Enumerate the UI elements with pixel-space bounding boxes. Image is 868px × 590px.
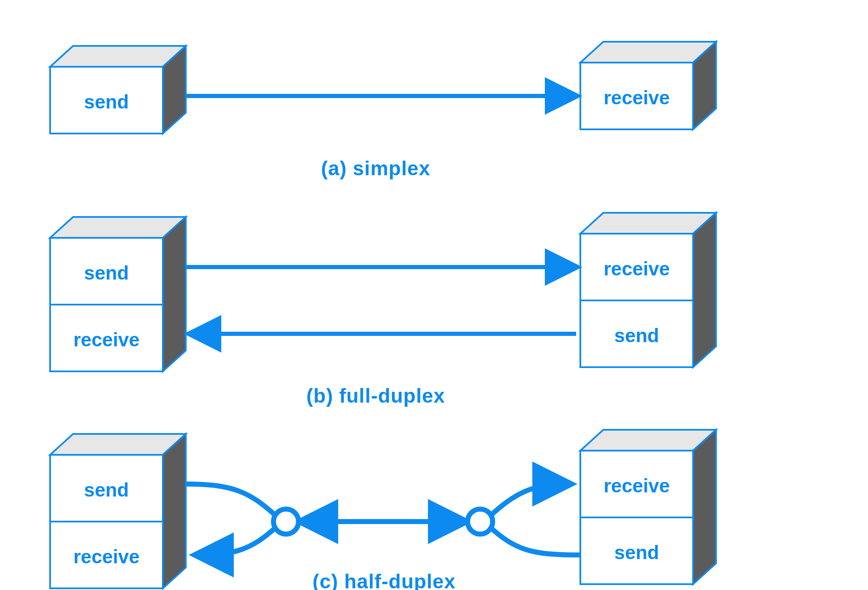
- row-full-duplex: send receive receive send (b) full-duple…: [50, 213, 716, 407]
- simplex-right-label: receive: [604, 87, 670, 108]
- fullduplex-left-block: send receive: [50, 217, 186, 371]
- svg-marker-11: [693, 213, 716, 367]
- svg-marker-19: [693, 430, 716, 584]
- halfduplex-left-top-label: send: [84, 479, 129, 501]
- halfduplex-right-block: receive send: [580, 430, 716, 584]
- halfduplex-left-node-icon: [273, 509, 299, 534]
- simplex-right-block: receive: [580, 42, 716, 129]
- halfduplex-left-bottom-label: receive: [73, 546, 140, 567]
- halfduplex-right-send-curve: [488, 526, 580, 555]
- fullduplex-right-block: receive send: [580, 213, 716, 367]
- row-simplex: send receive (a) simplex: [50, 42, 716, 179]
- halfduplex-right-node-icon: [468, 509, 493, 534]
- halfduplex-right-bottom-label: send: [614, 542, 659, 563]
- simplex-caption: (a) simplex: [321, 157, 430, 179]
- halfduplex-left-receive-curve: [196, 526, 278, 555]
- halfduplex-left-block: send receive: [50, 434, 186, 588]
- halfduplex-caption: (c) half-duplex: [312, 570, 456, 590]
- fullduplex-right-top-label: receive: [604, 258, 670, 280]
- row-half-duplex: send receive receive send (c) half-duple…: [50, 430, 716, 590]
- communication-modes-diagram: send receive (a) simplex send receive: [0, 0, 868, 590]
- fullduplex-left-bottom-label: receive: [73, 329, 140, 350]
- simplex-left-block: send: [50, 46, 186, 134]
- svg-marker-15: [163, 434, 186, 588]
- halfduplex-left-send-curve: [186, 484, 278, 517]
- fullduplex-right-bottom-label: send: [614, 325, 659, 346]
- fullduplex-left-top-label: send: [84, 262, 129, 284]
- halfduplex-right-receive-curve: [488, 484, 570, 517]
- svg-marker-7: [163, 217, 186, 371]
- simplex-left-label: send: [84, 91, 129, 113]
- halfduplex-right-top-label: receive: [604, 475, 670, 497]
- fullduplex-caption: (b) full-duplex: [306, 385, 445, 407]
